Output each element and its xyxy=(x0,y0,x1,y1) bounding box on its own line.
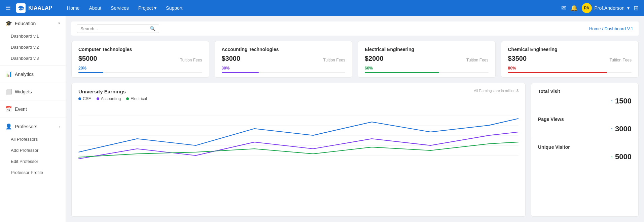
sidebar-item-dashboard-v3[interactable]: Dashboard v.3 xyxy=(0,53,66,64)
metric-total-visit: Total Visit ↑ 1500 xyxy=(531,83,638,111)
metric-value-total-visit: 1500 xyxy=(615,97,632,105)
breadcrumb: Home / Dashboard V.1 xyxy=(589,26,633,31)
sidebar-professors-label: Professors xyxy=(15,124,37,129)
sidebar-group-professors: 👤 Professors ‹ All Professors Add Profes… xyxy=(0,119,66,178)
avatar: PA xyxy=(582,3,592,13)
sidebar-item-professor-profile[interactable]: Professor Profile xyxy=(0,167,66,178)
metric-value-unique-visitor: 5000 xyxy=(615,152,632,161)
chevron-down-icon: ▾ xyxy=(58,21,60,26)
legend-label-cse: CSE xyxy=(83,96,91,101)
sidebar-header-widgets[interactable]: ⬜ Widgets xyxy=(0,84,66,99)
metrics-panel: Total Visit ↑ 1500 Page Views ↑ 3000 Uni… xyxy=(531,83,639,217)
stat-card-value-chemical: $3500 xyxy=(508,55,527,62)
legend-dot-cse xyxy=(78,97,81,100)
logo[interactable]: KIAALAP xyxy=(16,3,52,13)
stat-card-value-computer: $5000 xyxy=(78,55,97,62)
layout: 🎓 Education ▾ Dashboard v.1 Dashboard v.… xyxy=(0,16,644,222)
legend-cse: CSE xyxy=(78,96,91,101)
stat-card-title-electrical: Electrical Engineering xyxy=(365,47,489,52)
search-icon[interactable]: 🔍 xyxy=(150,26,155,31)
stat-card-pct-accounting: 30% xyxy=(222,66,346,71)
progress-bar-bg-accounting xyxy=(222,72,346,73)
search-box[interactable]: 🔍 xyxy=(77,24,159,33)
sidebar-group-education: 🎓 Education ▾ Dashboard v.1 Dashboard v.… xyxy=(0,16,66,64)
legend-dot-accounting xyxy=(97,97,99,100)
progress-bar-fill-electrical xyxy=(365,72,439,73)
stat-card-label-electrical: Tuition Fees xyxy=(466,58,489,62)
progress-bar-fill-computer xyxy=(78,72,103,73)
nav-right: ✉ 🔔 PA Prof.Anderson ▾ ⊞ xyxy=(561,3,639,13)
metric-label-total-visit: Total Visit xyxy=(538,89,632,94)
nav-support[interactable]: Support xyxy=(162,3,186,13)
sidebar-education-label: Education xyxy=(15,21,36,26)
stat-card-accounting: Accounting Technologies $3000 Tuition Fe… xyxy=(215,41,353,78)
divider xyxy=(0,83,66,83)
legend-electrical: Electrical xyxy=(126,96,147,101)
breadcrumb-home[interactable]: Home xyxy=(589,26,601,31)
metric-arrow-total-visit: ↑ xyxy=(611,98,613,104)
legend-accounting: Accounting xyxy=(97,96,121,101)
nav-home[interactable]: Home xyxy=(63,3,83,13)
divider xyxy=(0,65,66,65)
metric-label-page-views: Page Views xyxy=(538,117,632,122)
mail-icon[interactable]: ✉ xyxy=(561,4,566,12)
divider xyxy=(0,118,66,118)
stat-card-value-electrical: $2000 xyxy=(365,55,384,62)
nav-about[interactable]: About xyxy=(85,3,105,13)
stat-card-title-chemical: Chemical Engineering xyxy=(508,47,632,52)
metric-label-unique-visitor: Unique Visitor xyxy=(538,144,632,150)
chevron-down-icon: ▾ xyxy=(154,5,156,11)
earnings-legend: CSE Accounting Electrical xyxy=(78,96,147,101)
earnings-card: University Earnings CSE Accounting xyxy=(71,83,526,217)
chevron-left-icon: ‹ xyxy=(59,125,60,129)
sidebar-item-dashboard-v1[interactable]: Dashboard v.1 xyxy=(0,31,66,42)
sidebar-item-edit-professor[interactable]: Edit Professor xyxy=(0,156,66,167)
main-content: 🔍 Home / Dashboard V.1 Computer Technolo… xyxy=(66,16,644,222)
sidebar-header-event[interactable]: 📅 Event xyxy=(0,102,66,116)
stat-card-pct-computer: 20% xyxy=(78,66,202,71)
search-input[interactable] xyxy=(80,26,148,31)
sidebar-header-education[interactable]: 🎓 Education ▾ xyxy=(0,16,66,31)
earnings-title: University Earnings xyxy=(78,89,147,94)
divider xyxy=(0,100,66,100)
user-profile[interactable]: PA Prof.Anderson ▾ xyxy=(582,3,630,13)
stat-card-pct-chemical: 80% xyxy=(508,66,632,71)
logo-icon xyxy=(16,3,26,13)
metric-value-page-views: 3000 xyxy=(615,125,632,133)
nav-project[interactable]: Project ▾ xyxy=(134,3,161,13)
progress-bar-fill-chemical xyxy=(508,72,607,73)
legend-label-accounting: Accounting xyxy=(101,96,121,101)
bell-icon[interactable]: 🔔 xyxy=(570,4,578,12)
sidebar-item-add-professor[interactable]: Add Professor xyxy=(0,145,66,156)
nav-services[interactable]: Services xyxy=(107,3,133,13)
stat-card-label-chemical: Tuition Fees xyxy=(609,58,632,62)
sidebar-event-label: Event xyxy=(15,106,27,112)
legend-label-electrical: Electrical xyxy=(131,96,147,101)
progress-bar-bg-chemical xyxy=(508,72,632,73)
sidebar-header-professors[interactable]: 👤 Professors ‹ xyxy=(0,119,66,134)
bottom-section: University Earnings CSE Accounting xyxy=(71,83,639,217)
sidebar-group-event: 📅 Event xyxy=(0,102,66,116)
progress-bar-bg-electrical xyxy=(365,72,489,73)
sidebar-header-analytics[interactable]: 📊 Analytics xyxy=(0,67,66,81)
logo-text: KIAALAP xyxy=(28,5,52,11)
stat-card-computer: Computer Technologies $5000 Tuition Fees… xyxy=(71,41,209,78)
metric-page-views: Page Views ↑ 3000 xyxy=(531,111,638,139)
user-name: Prof.Anderson xyxy=(595,5,625,11)
widgets-icon: ⬜ xyxy=(5,88,12,95)
stat-card-title-accounting: Accounting Technologies xyxy=(222,47,346,52)
sidebar-group-analytics: 📊 Analytics xyxy=(0,67,66,81)
sidebar-item-all-professors[interactable]: All Professors xyxy=(0,134,66,145)
sidebar: 🎓 Education ▾ Dashboard v.1 Dashboard v.… xyxy=(0,16,66,222)
progress-bar-fill-accounting xyxy=(222,72,259,73)
sidebar-widgets-label: Widgets xyxy=(15,89,32,94)
grid-icon[interactable]: ⊞ xyxy=(634,4,639,12)
nav-links: Home About Services Project ▾ Support xyxy=(63,3,561,13)
top-bar: 🔍 Home / Dashboard V.1 xyxy=(71,21,639,36)
stat-card-chemical: Chemical Engineering $3500 Tuition Fees … xyxy=(501,41,639,78)
legend-dot-electrical xyxy=(126,97,129,100)
hamburger-menu[interactable]: ☰ xyxy=(5,4,11,12)
metric-unique-visitor: Unique Visitor ↑ 5000 xyxy=(531,139,638,167)
sidebar-item-dashboard-v2[interactable]: Dashboard v.2 xyxy=(0,42,66,53)
event-icon: 📅 xyxy=(5,106,12,112)
